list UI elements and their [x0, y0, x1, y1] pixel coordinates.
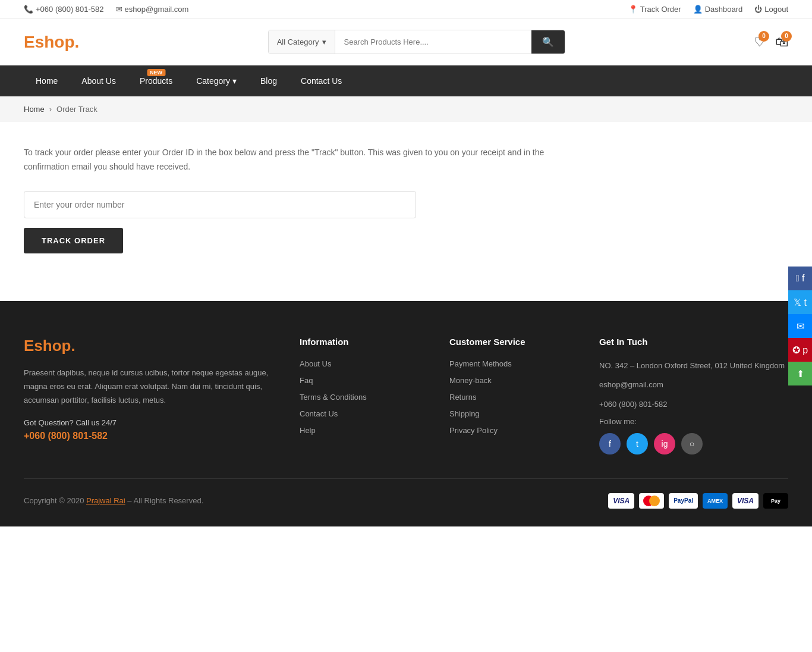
- shipping-link[interactable]: Shipping: [449, 409, 480, 418]
- money-back-link[interactable]: Money-back: [449, 376, 492, 385]
- breadcrumb-current: Order Track: [56, 105, 97, 114]
- logout-link[interactable]: ⏻ Logout: [754, 5, 788, 14]
- logo-text: Eshop: [24, 33, 75, 51]
- payment-methods-link[interactable]: Payment Methods: [449, 359, 512, 368]
- footer-instagram-btn[interactable]: ig: [654, 433, 675, 454]
- pinterest-sidebar-btn[interactable]: ✪ p: [788, 338, 812, 362]
- chevron-down-icon: ▾: [232, 76, 237, 86]
- footer-logo-dot: .: [71, 337, 75, 355]
- messenger-sidebar-btn[interactable]: ✉: [788, 314, 812, 338]
- wishlist-button[interactable]: ♡ 0: [754, 35, 766, 50]
- twitter-sidebar-btn[interactable]: 𝕏 t: [788, 290, 812, 314]
- share-sidebar-btn[interactable]: ⬆: [788, 362, 812, 385]
- nav-contact[interactable]: Contact Us: [289, 65, 354, 96]
- email-link[interactable]: ✉ eshop@gmail.com: [116, 5, 189, 14]
- terms-link[interactable]: Terms & Conditions: [300, 393, 367, 402]
- footer: Eshop. Praesent dapibus, neque id cursus…: [0, 301, 812, 526]
- visa2-icon: VISA: [732, 493, 759, 509]
- returns-link[interactable]: Returns: [449, 393, 477, 402]
- search-input[interactable]: [335, 30, 531, 54]
- search-bar: All Category ▾ 🔍: [268, 30, 565, 54]
- list-item: Help: [300, 425, 426, 435]
- footer-customer-service-title: Customer Service: [449, 337, 575, 347]
- footer-phone: +060 (800) 801-582: [24, 431, 276, 441]
- rights-text: – All Rights Reserved.: [127, 496, 203, 505]
- footer-social-links: f t ig ○: [599, 433, 788, 454]
- search-icon: 🔍: [542, 37, 554, 47]
- footer-facebook-btn[interactable]: f: [599, 433, 621, 454]
- applepay-icon: Pay: [763, 493, 788, 509]
- list-item: Faq: [300, 375, 426, 385]
- footer-contact-col: Get In Tuch NO. 342 – London Oxford Stre…: [599, 337, 788, 454]
- logout-label: Logout: [764, 5, 788, 14]
- footer-twitter-btn[interactable]: t: [627, 433, 648, 454]
- footer-customer-service-links: Payment Methods Money-back Returns Shipp…: [449, 359, 575, 435]
- nav-category-label: Category: [196, 76, 230, 86]
- order-number-input[interactable]: [24, 191, 416, 218]
- nav-home-label: Home: [36, 76, 58, 86]
- logo[interactable]: Eshop.: [24, 33, 79, 52]
- phone-link[interactable]: 📞 +060 (800) 801-582: [24, 5, 104, 14]
- top-bar-right: 📍 Track Order 👤 Dashboard ⏻ Logout: [628, 5, 788, 14]
- email-icon: ✉: [116, 5, 122, 14]
- nav-about[interactable]: About Us: [70, 65, 128, 96]
- list-item: Returns: [449, 392, 575, 402]
- user-icon: 👤: [693, 5, 703, 14]
- nav-products[interactable]: NEW Products: [128, 65, 184, 96]
- copyright-text: Copyright © 2020: [24, 496, 84, 505]
- author-link[interactable]: Prajwal Rai: [86, 496, 125, 505]
- nav-blog-label: Blog: [260, 76, 277, 86]
- email-address: eshop@gmail.com: [125, 5, 189, 14]
- footer-email: eshop@gmail.com: [599, 378, 788, 393]
- track-btn-label: TRACK ORDER: [42, 236, 105, 245]
- dashboard-link[interactable]: 👤 Dashboard: [693, 5, 743, 14]
- facebook-sidebar-btn[interactable]:  f: [788, 267, 812, 290]
- follow-me-label: Follow me:: [599, 417, 788, 426]
- footer-description: Praesent dapibus, neque id cursus ucibus…: [24, 366, 276, 408]
- privacy-policy-link[interactable]: Privacy Policy: [449, 426, 498, 435]
- footer-copyright: Copyright © 2020 Prajwal Rai – All Right…: [24, 496, 203, 505]
- footer-information-col: Information About Us Faq Terms & Conditi…: [300, 337, 426, 454]
- about-us-link[interactable]: About Us: [300, 359, 331, 368]
- footer-brand-col: Eshop. Praesent dapibus, neque id cursus…: [24, 337, 276, 454]
- footer-logo: Eshop.: [24, 337, 276, 355]
- footer-call-label: Got Question? Call us 24/7: [24, 418, 276, 427]
- address-text: NO. 342 – London Oxford Street, 012 Unit…: [599, 361, 785, 370]
- header: Eshop. All Category ▾ 🔍 ♡ 0 🛍 0: [0, 19, 812, 65]
- list-item: About Us: [300, 359, 426, 368]
- track-order-button[interactable]: TRACK ORDER: [24, 228, 123, 253]
- contact-link[interactable]: Contact Us: [300, 409, 338, 418]
- list-item: Money-back: [449, 375, 575, 385]
- breadcrumb: Home › Order Track: [0, 96, 812, 122]
- category-dropdown[interactable]: All Category ▾: [269, 30, 336, 54]
- track-order-link[interactable]: 📍 Track Order: [628, 5, 681, 14]
- search-button[interactable]: 🔍: [531, 30, 565, 54]
- footer-github-btn[interactable]: ○: [681, 433, 703, 454]
- footer-bottom: Copyright © 2020 Prajwal Rai – All Right…: [24, 478, 788, 509]
- nav-home[interactable]: Home: [24, 65, 70, 96]
- nav-about-label: About Us: [81, 76, 116, 86]
- visa-card-icon: VISA: [608, 493, 634, 509]
- top-bar: 📞 +060 (800) 801-582 ✉ eshop@gmail.com 📍…: [0, 0, 812, 19]
- track-order-label: Track Order: [640, 5, 681, 14]
- logout-icon: ⏻: [754, 5, 762, 14]
- main-content: To track your order please enter your Or…: [0, 122, 812, 301]
- nav-category[interactable]: Category ▾: [184, 65, 248, 96]
- footer-grid: Eshop. Praesent dapibus, neque id cursus…: [24, 337, 788, 454]
- help-link[interactable]: Help: [300, 426, 316, 435]
- nav-products-label: Products: [140, 76, 172, 86]
- location-icon: 📍: [628, 5, 638, 14]
- top-bar-left: 📞 +060 (800) 801-582 ✉ eshop@gmail.com: [24, 5, 188, 14]
- nav-blog[interactable]: Blog: [248, 65, 289, 96]
- chevron-down-icon: ▾: [322, 37, 326, 46]
- phone-number: +060 (800) 801-582: [36, 5, 104, 14]
- amex-icon: AMEX: [703, 493, 728, 509]
- header-icons: ♡ 0 🛍 0: [754, 35, 788, 50]
- breadcrumb-home[interactable]: Home: [24, 105, 45, 114]
- payment-icons: VISA PayPal AMEX VISA Pay: [608, 493, 788, 509]
- cart-button[interactable]: 🛍 0: [775, 35, 788, 50]
- footer-contact-phone: +060 (800) 801-582: [599, 397, 788, 412]
- faq-link[interactable]: Faq: [300, 376, 313, 385]
- list-item: Contact Us: [300, 409, 426, 418]
- footer-customer-service-col: Customer Service Payment Methods Money-b…: [449, 337, 575, 454]
